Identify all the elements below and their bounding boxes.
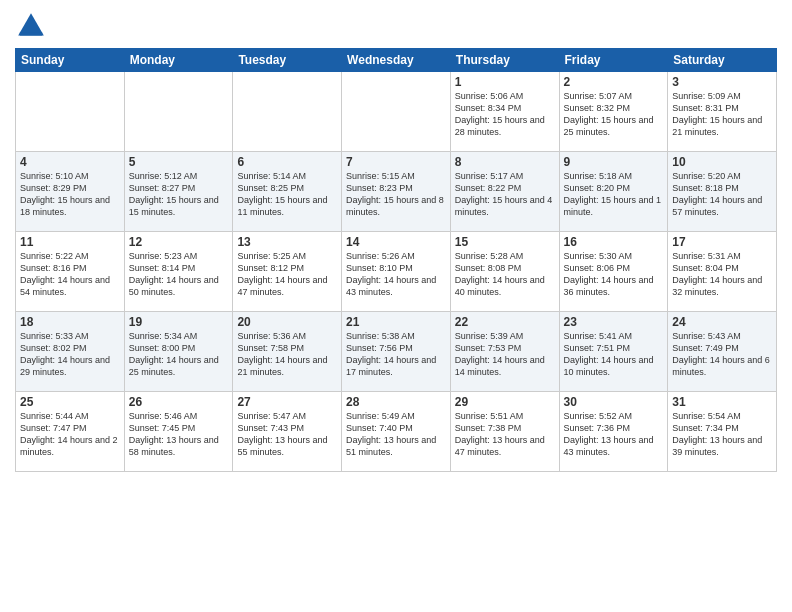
day-info: Sunrise: 5:41 AM Sunset: 7:51 PM Dayligh… [564, 330, 664, 379]
day-info: Sunrise: 5:28 AM Sunset: 8:08 PM Dayligh… [455, 250, 555, 299]
calendar-cell: 23Sunrise: 5:41 AM Sunset: 7:51 PM Dayli… [559, 312, 668, 392]
svg-marker-0 [18, 13, 44, 35]
calendar-week-2: 4Sunrise: 5:10 AM Sunset: 8:29 PM Daylig… [16, 152, 777, 232]
calendar-week-3: 11Sunrise: 5:22 AM Sunset: 8:16 PM Dayli… [16, 232, 777, 312]
calendar-cell: 26Sunrise: 5:46 AM Sunset: 7:45 PM Dayli… [124, 392, 233, 472]
calendar-cell: 31Sunrise: 5:54 AM Sunset: 7:34 PM Dayli… [668, 392, 777, 472]
calendar-cell: 10Sunrise: 5:20 AM Sunset: 8:18 PM Dayli… [668, 152, 777, 232]
day-info: Sunrise: 5:47 AM Sunset: 7:43 PM Dayligh… [237, 410, 337, 459]
calendar-cell: 25Sunrise: 5:44 AM Sunset: 7:47 PM Dayli… [16, 392, 125, 472]
calendar-cell: 9Sunrise: 5:18 AM Sunset: 8:20 PM Daylig… [559, 152, 668, 232]
day-number: 5 [129, 155, 229, 169]
day-number: 26 [129, 395, 229, 409]
day-number: 23 [564, 315, 664, 329]
day-info: Sunrise: 5:46 AM Sunset: 7:45 PM Dayligh… [129, 410, 229, 459]
calendar-cell: 13Sunrise: 5:25 AM Sunset: 8:12 PM Dayli… [233, 232, 342, 312]
day-number: 24 [672, 315, 772, 329]
calendar-cell: 28Sunrise: 5:49 AM Sunset: 7:40 PM Dayli… [342, 392, 451, 472]
weekday-header-saturday: Saturday [668, 49, 777, 72]
day-number: 20 [237, 315, 337, 329]
day-number: 1 [455, 75, 555, 89]
calendar-cell: 21Sunrise: 5:38 AM Sunset: 7:56 PM Dayli… [342, 312, 451, 392]
day-info: Sunrise: 5:10 AM Sunset: 8:29 PM Dayligh… [20, 170, 120, 219]
weekday-header-tuesday: Tuesday [233, 49, 342, 72]
day-number: 10 [672, 155, 772, 169]
day-number: 11 [20, 235, 120, 249]
day-info: Sunrise: 5:38 AM Sunset: 7:56 PM Dayligh… [346, 330, 446, 379]
day-info: Sunrise: 5:14 AM Sunset: 8:25 PM Dayligh… [237, 170, 337, 219]
day-info: Sunrise: 5:51 AM Sunset: 7:38 PM Dayligh… [455, 410, 555, 459]
calendar-cell: 7Sunrise: 5:15 AM Sunset: 8:23 PM Daylig… [342, 152, 451, 232]
day-info: Sunrise: 5:54 AM Sunset: 7:34 PM Dayligh… [672, 410, 772, 459]
calendar-cell: 5Sunrise: 5:12 AM Sunset: 8:27 PM Daylig… [124, 152, 233, 232]
logo-icon [15, 10, 47, 42]
weekday-header-sunday: Sunday [16, 49, 125, 72]
day-info: Sunrise: 5:30 AM Sunset: 8:06 PM Dayligh… [564, 250, 664, 299]
calendar-cell: 12Sunrise: 5:23 AM Sunset: 8:14 PM Dayli… [124, 232, 233, 312]
calendar-cell: 15Sunrise: 5:28 AM Sunset: 8:08 PM Dayli… [450, 232, 559, 312]
calendar-table: SundayMondayTuesdayWednesdayThursdayFrid… [15, 48, 777, 472]
day-number: 8 [455, 155, 555, 169]
day-info: Sunrise: 5:25 AM Sunset: 8:12 PM Dayligh… [237, 250, 337, 299]
weekday-header-wednesday: Wednesday [342, 49, 451, 72]
page: SundayMondayTuesdayWednesdayThursdayFrid… [0, 0, 792, 612]
day-number: 25 [20, 395, 120, 409]
day-info: Sunrise: 5:52 AM Sunset: 7:36 PM Dayligh… [564, 410, 664, 459]
weekday-header-monday: Monday [124, 49, 233, 72]
calendar-cell: 11Sunrise: 5:22 AM Sunset: 8:16 PM Dayli… [16, 232, 125, 312]
calendar-cell [124, 72, 233, 152]
day-number: 9 [564, 155, 664, 169]
day-info: Sunrise: 5:34 AM Sunset: 8:00 PM Dayligh… [129, 330, 229, 379]
day-number: 29 [455, 395, 555, 409]
day-number: 15 [455, 235, 555, 249]
calendar-header: SundayMondayTuesdayWednesdayThursdayFrid… [16, 49, 777, 72]
day-info: Sunrise: 5:17 AM Sunset: 8:22 PM Dayligh… [455, 170, 555, 219]
weekday-header-thursday: Thursday [450, 49, 559, 72]
calendar-cell: 16Sunrise: 5:30 AM Sunset: 8:06 PM Dayli… [559, 232, 668, 312]
day-info: Sunrise: 5:22 AM Sunset: 8:16 PM Dayligh… [20, 250, 120, 299]
calendar-cell: 29Sunrise: 5:51 AM Sunset: 7:38 PM Dayli… [450, 392, 559, 472]
calendar-cell: 6Sunrise: 5:14 AM Sunset: 8:25 PM Daylig… [233, 152, 342, 232]
day-number: 28 [346, 395, 446, 409]
day-number: 27 [237, 395, 337, 409]
calendar-cell: 3Sunrise: 5:09 AM Sunset: 8:31 PM Daylig… [668, 72, 777, 152]
calendar-cell: 24Sunrise: 5:43 AM Sunset: 7:49 PM Dayli… [668, 312, 777, 392]
day-info: Sunrise: 5:43 AM Sunset: 7:49 PM Dayligh… [672, 330, 772, 379]
day-number: 22 [455, 315, 555, 329]
day-info: Sunrise: 5:44 AM Sunset: 7:47 PM Dayligh… [20, 410, 120, 459]
calendar-cell: 18Sunrise: 5:33 AM Sunset: 8:02 PM Dayli… [16, 312, 125, 392]
day-info: Sunrise: 5:26 AM Sunset: 8:10 PM Dayligh… [346, 250, 446, 299]
day-info: Sunrise: 5:39 AM Sunset: 7:53 PM Dayligh… [455, 330, 555, 379]
day-info: Sunrise: 5:36 AM Sunset: 7:58 PM Dayligh… [237, 330, 337, 379]
calendar-week-4: 18Sunrise: 5:33 AM Sunset: 8:02 PM Dayli… [16, 312, 777, 392]
day-info: Sunrise: 5:15 AM Sunset: 8:23 PM Dayligh… [346, 170, 446, 219]
day-number: 30 [564, 395, 664, 409]
day-number: 17 [672, 235, 772, 249]
day-number: 16 [564, 235, 664, 249]
svg-rect-2 [20, 32, 42, 35]
calendar-cell: 19Sunrise: 5:34 AM Sunset: 8:00 PM Dayli… [124, 312, 233, 392]
day-info: Sunrise: 5:06 AM Sunset: 8:34 PM Dayligh… [455, 90, 555, 139]
calendar-cell: 2Sunrise: 5:07 AM Sunset: 8:32 PM Daylig… [559, 72, 668, 152]
day-number: 2 [564, 75, 664, 89]
day-info: Sunrise: 5:18 AM Sunset: 8:20 PM Dayligh… [564, 170, 664, 219]
day-info: Sunrise: 5:49 AM Sunset: 7:40 PM Dayligh… [346, 410, 446, 459]
calendar-cell: 20Sunrise: 5:36 AM Sunset: 7:58 PM Dayli… [233, 312, 342, 392]
day-number: 7 [346, 155, 446, 169]
day-info: Sunrise: 5:33 AM Sunset: 8:02 PM Dayligh… [20, 330, 120, 379]
calendar-cell: 17Sunrise: 5:31 AM Sunset: 8:04 PM Dayli… [668, 232, 777, 312]
day-number: 6 [237, 155, 337, 169]
day-info: Sunrise: 5:12 AM Sunset: 8:27 PM Dayligh… [129, 170, 229, 219]
calendar-cell: 27Sunrise: 5:47 AM Sunset: 7:43 PM Dayli… [233, 392, 342, 472]
day-number: 4 [20, 155, 120, 169]
day-number: 21 [346, 315, 446, 329]
calendar-cell: 1Sunrise: 5:06 AM Sunset: 8:34 PM Daylig… [450, 72, 559, 152]
calendar-body: 1Sunrise: 5:06 AM Sunset: 8:34 PM Daylig… [16, 72, 777, 472]
day-number: 13 [237, 235, 337, 249]
calendar-week-1: 1Sunrise: 5:06 AM Sunset: 8:34 PM Daylig… [16, 72, 777, 152]
day-number: 19 [129, 315, 229, 329]
calendar-cell: 14Sunrise: 5:26 AM Sunset: 8:10 PM Dayli… [342, 232, 451, 312]
day-number: 31 [672, 395, 772, 409]
day-number: 14 [346, 235, 446, 249]
calendar-cell [342, 72, 451, 152]
